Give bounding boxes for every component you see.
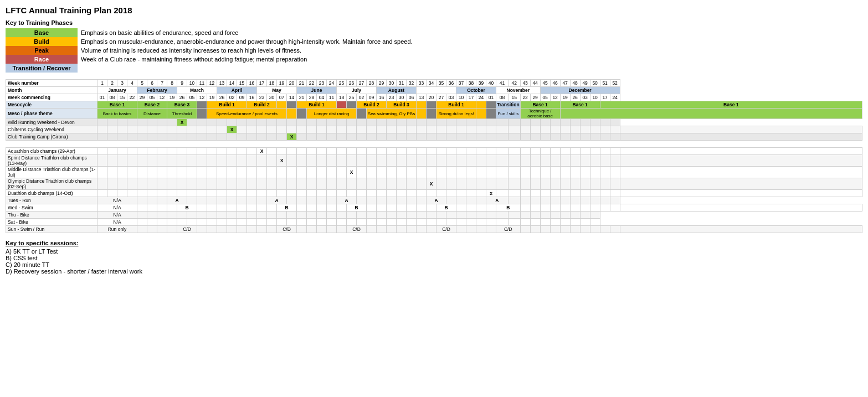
wr-33 bbox=[417, 119, 427, 126]
week-commencing-label: Week commencing bbox=[6, 94, 97, 101]
month-nov: November bbox=[496, 87, 541, 94]
phase-theme-row: Meso / phase theme Back to basics Distan… bbox=[6, 109, 862, 119]
wn-20: 20 bbox=[287, 80, 297, 87]
wc-26: 26 bbox=[177, 94, 187, 101]
wc-26b: 26 bbox=[217, 94, 227, 101]
wc-12c: 12 bbox=[550, 94, 560, 101]
wn-25: 25 bbox=[337, 80, 347, 87]
wr-3 bbox=[117, 119, 127, 126]
duathlon-row: Duathlon club champs (14-Oct) x bbox=[6, 190, 862, 197]
wn-12: 12 bbox=[207, 80, 217, 87]
month-may: May bbox=[257, 87, 297, 94]
wn-45: 45 bbox=[540, 80, 550, 87]
theme-fun-skills: Fun / skills bbox=[496, 109, 521, 119]
wc-10: 10 bbox=[456, 94, 466, 101]
wc-01b: 01 bbox=[486, 94, 496, 101]
wr-45 bbox=[540, 119, 550, 126]
wc-25: 25 bbox=[347, 94, 357, 101]
wr-2 bbox=[107, 119, 117, 126]
wn-18: 18 bbox=[267, 80, 277, 87]
wn-30: 30 bbox=[387, 80, 397, 87]
wr-5 bbox=[137, 119, 147, 126]
sun-cd-5: C/D bbox=[496, 226, 521, 233]
wc-16: 16 bbox=[247, 94, 257, 101]
wc-08: 08 bbox=[107, 94, 117, 101]
wc-03b: 03 bbox=[580, 94, 590, 101]
month-jan: January bbox=[97, 87, 137, 94]
wed-swim-b3: B bbox=[347, 204, 367, 212]
wn-38: 38 bbox=[466, 80, 476, 87]
duathlon-x: x bbox=[486, 190, 496, 197]
wn-4: 4 bbox=[127, 80, 137, 87]
aquathlon-x: X bbox=[257, 148, 267, 155]
key-color-peak: Peak bbox=[6, 46, 78, 55]
wr-38 bbox=[466, 119, 476, 126]
wn-32: 32 bbox=[407, 80, 417, 87]
tues-run-a1: A bbox=[167, 197, 187, 204]
month-jun: June bbox=[297, 87, 337, 94]
wr-25 bbox=[337, 119, 347, 126]
wc-13: 13 bbox=[417, 94, 427, 101]
thu-bike-row: Thu - Bike N/A bbox=[6, 212, 862, 219]
theme-distance: Distance bbox=[137, 109, 167, 119]
month-feb: February bbox=[137, 87, 177, 94]
meso-base1-nov: Base 1 bbox=[520, 101, 560, 109]
wc-30: 30 bbox=[267, 94, 277, 101]
wn-8: 8 bbox=[167, 80, 177, 87]
meso-build2-race bbox=[277, 101, 287, 109]
wc-23: 23 bbox=[257, 94, 267, 101]
week-number-row: Week number 1234 5678 9101112 13141516 1… bbox=[6, 80, 862, 87]
aquathlon-row: Aquathlon club champs (29-Apr) X bbox=[6, 148, 862, 155]
tues-run-a4: A bbox=[427, 197, 446, 204]
wn-49: 49 bbox=[580, 80, 590, 87]
wc-05c: 05 bbox=[540, 94, 550, 101]
sprint-row: Sprint Distance Triathlon club champs (1… bbox=[6, 155, 862, 167]
wn-6: 6 bbox=[147, 80, 157, 87]
main-plan-wrapper: Week number 1234 5678 9101112 13141516 1… bbox=[6, 79, 862, 233]
meso-gray-2 bbox=[287, 101, 297, 109]
tues-run-label: Tues - Run bbox=[6, 197, 97, 204]
wc-27: 27 bbox=[436, 94, 446, 101]
key-desc-transition bbox=[78, 64, 416, 73]
wn-52: 52 bbox=[610, 80, 620, 87]
wn-43: 43 bbox=[520, 80, 530, 87]
wn-47: 47 bbox=[560, 80, 570, 87]
wc-06: 06 bbox=[407, 94, 417, 101]
club-camp-row: Club Training Camp (Girona) X bbox=[6, 133, 862, 141]
wc-10b: 10 bbox=[590, 94, 600, 101]
key-desc-peak: Volume of training is reduced as intensi… bbox=[78, 46, 416, 55]
chilterns-row: Chilterns Cycling Weekend X bbox=[6, 126, 862, 133]
month-sep bbox=[417, 87, 456, 94]
wed-swim-b5: B bbox=[496, 204, 521, 212]
key-color-base: Base bbox=[6, 28, 78, 37]
page-title: LFTC Annual Training Plan 2018 bbox=[6, 6, 862, 15]
wc-11: 11 bbox=[327, 94, 337, 101]
key-row-build: Build Emphasis on muscular-endurance, an… bbox=[6, 37, 416, 46]
wr-16 bbox=[247, 119, 257, 126]
wr-52 bbox=[610, 119, 620, 126]
theme-longer-dist: Longer dist racing bbox=[307, 109, 357, 119]
wr-27 bbox=[357, 119, 367, 126]
tues-run-a5: A bbox=[486, 197, 509, 204]
wc-03: 03 bbox=[446, 94, 456, 101]
wn-14: 14 bbox=[227, 80, 237, 87]
meso-build3: Build 3 bbox=[387, 101, 417, 109]
wc-17: 17 bbox=[466, 94, 476, 101]
sun-cd-2: C/D bbox=[277, 226, 297, 233]
sprint-label: Sprint Distance Triathlon club champs (1… bbox=[6, 155, 97, 167]
wr-1 bbox=[97, 119, 107, 126]
wr-43 bbox=[520, 119, 530, 126]
wc-09b: 09 bbox=[367, 94, 377, 101]
wn-33: 33 bbox=[417, 80, 427, 87]
key-color-race: Race bbox=[6, 55, 78, 64]
sun-cd-3: C/D bbox=[347, 226, 367, 233]
wr-19 bbox=[277, 119, 287, 126]
wc-04: 04 bbox=[317, 94, 327, 101]
meso-gray-1 bbox=[197, 101, 207, 109]
wn-17: 17 bbox=[257, 80, 267, 87]
theme-back-basics: Back to basics bbox=[97, 109, 137, 119]
wc-28: 28 bbox=[307, 94, 317, 101]
wc-22: 22 bbox=[127, 94, 137, 101]
middle-x: X bbox=[347, 167, 357, 178]
key-session-b: B) CSS test bbox=[6, 255, 862, 261]
